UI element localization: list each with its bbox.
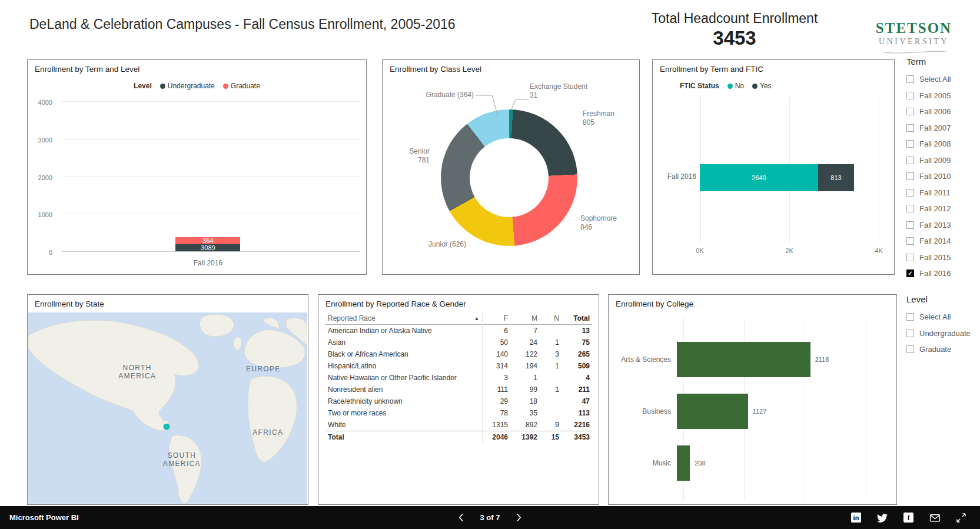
slicer-item-fall-2012[interactable]: Fall 2012 — [906, 201, 978, 217]
legend-item-undergraduate[interactable]: Undergraduate — [160, 82, 215, 90]
checkbox-unchecked-icon[interactable] — [906, 157, 914, 164]
total-cell: 47 — [562, 395, 592, 407]
donut-chart[interactable] — [441, 109, 577, 246]
value-cell — [540, 395, 562, 407]
slicer-item-fall-2008[interactable]: Fall 2008 — [906, 136, 978, 152]
slicer-item-fall-2007[interactable]: Fall 2007 — [906, 120, 978, 137]
column-header-reported-race[interactable]: Reported Race ▲ — [325, 312, 482, 325]
logo-flourish — [879, 50, 949, 55]
checkbox-unchecked-icon[interactable] — [906, 345, 914, 353]
table-row[interactable]: American Indian or Alaska Native6713 — [325, 325, 592, 337]
table-row[interactable]: Native Hawaiian or Other Pacific Islande… — [325, 372, 592, 384]
checkbox-unchecked-icon[interactable] — [906, 189, 914, 197]
column-header-n[interactable]: N — [540, 312, 562, 325]
bar-segment-yes[interactable]: 813 — [818, 164, 855, 191]
category-label: Business — [616, 407, 677, 415]
twitter-button[interactable] — [877, 513, 888, 523]
table-row[interactable]: Nonresident alien111991211 — [325, 384, 592, 395]
legend-item-yes[interactable]: Yes — [752, 82, 772, 90]
checkbox-checked-icon[interactable]: ✓ — [906, 270, 914, 277]
kpi-label: Total Headcount Enrollment — [640, 11, 829, 26]
facebook-button[interactable]: f — [903, 513, 913, 523]
checkbox-unchecked-icon[interactable] — [906, 237, 914, 245]
bar-track: 1127 — [677, 385, 866, 437]
bar-music[interactable] — [677, 445, 690, 481]
bar-arts-sciences[interactable] — [677, 342, 810, 377]
slicer-item-select-all[interactable]: Select All — [906, 309, 978, 325]
column-header-f[interactable]: F — [482, 312, 510, 325]
value-cell: 1 — [540, 360, 562, 372]
slicer-item-fall-2010[interactable]: Fall 2010 — [906, 168, 978, 185]
legend-dot-icon — [223, 84, 228, 89]
gridline — [62, 251, 360, 252]
bar-segment-graduate[interactable]: 364 — [175, 237, 240, 244]
linkedin-button[interactable]: in — [851, 513, 861, 523]
map-bubble-florida[interactable] — [164, 424, 170, 430]
slicer-item-fall-2005[interactable]: Fall 2005 — [906, 88, 978, 104]
checkbox-unchecked-icon[interactable] — [906, 221, 914, 229]
y-axis-category-label: Fall 2016 — [655, 172, 696, 181]
table-row[interactable]: Hispanic/Latino3141941509 — [325, 360, 592, 372]
checkbox-unchecked-icon[interactable] — [906, 140, 914, 148]
race-cell: Nonresident alien — [325, 384, 482, 395]
total-cell: 265 — [562, 348, 592, 360]
checkbox-unchecked-icon[interactable] — [906, 254, 914, 261]
previous-page-button[interactable] — [457, 512, 465, 523]
slicer-item-fall-2013[interactable]: Fall 2013 — [906, 217, 978, 234]
checkbox-unchecked-icon[interactable] — [906, 108, 914, 115]
slicer-item-fall-2009[interactable]: Fall 2009 — [906, 152, 978, 169]
column-header-total[interactable]: Total — [562, 312, 592, 325]
college-bar-row: Arts & Sciences2118 — [616, 334, 889, 385]
next-page-button[interactable] — [515, 512, 523, 523]
bar-business[interactable] — [677, 394, 748, 429]
logo-line-2: UNIVERSITY — [868, 37, 959, 46]
gridline — [879, 97, 879, 242]
y-axis: 01000200030004000 — [28, 102, 57, 252]
legend: FTIC Status No Yes — [653, 82, 894, 90]
stetson-logo: STETSON UNIVERSITY — [868, 20, 959, 57]
checkbox-unchecked-icon[interactable] — [906, 75, 914, 83]
world-map[interactable]: NORTH AMERICA EUROPE AFRICA SOUTH AMERIC… — [28, 312, 307, 504]
slicer-item-undergraduate[interactable]: Undergraduate — [906, 325, 978, 342]
fullscreen-button[interactable] — [956, 513, 966, 523]
checkbox-unchecked-icon[interactable] — [906, 124, 914, 132]
legend-item-no[interactable]: No — [727, 82, 744, 90]
value-cell: 9 — [540, 419, 562, 431]
slicer-item-fall-2016[interactable]: ✓Fall 2016 — [906, 265, 978, 282]
checkbox-unchecked-icon[interactable] — [906, 172, 914, 180]
total-cell: 13 — [562, 325, 592, 337]
table-row[interactable]: White131589292216 — [325, 419, 592, 431]
mail-share-button[interactable] — [929, 513, 941, 523]
chart-enrollment-by-state: Enrollment by State NORTH AMERICA — [27, 294, 308, 505]
plot-area: 2640 813 — [700, 97, 879, 242]
value-cell: 892 — [510, 419, 540, 431]
chart-title: Enrollment by Class Level — [390, 65, 481, 74]
legend-label: Yes — [760, 82, 772, 90]
table-row[interactable]: Asian5024175 — [325, 337, 592, 348]
bar-segment-no[interactable]: 2640 — [700, 164, 818, 191]
checkbox-unchecked-icon[interactable] — [906, 92, 914, 99]
legend-title: Level — [134, 82, 152, 90]
legend-item-graduate[interactable]: Graduate — [223, 82, 260, 90]
slicer-item-fall-2014[interactable]: Fall 2014 — [906, 233, 978, 249]
map-label-north: NORTH — [123, 364, 152, 372]
slicer-item-graduate[interactable]: Graduate — [906, 341, 978, 358]
bar-segment-undergraduate[interactable]: 3089 — [175, 244, 240, 251]
column-header-m[interactable]: M — [510, 312, 540, 325]
value-cell: 1315 — [482, 419, 510, 431]
checkbox-unchecked-icon[interactable] — [906, 313, 914, 321]
slicer-item-select-all[interactable]: Select All — [906, 71, 978, 88]
slicer-item-fall-2006[interactable]: Fall 2006 — [906, 104, 978, 120]
slicer-item-fall-2011[interactable]: Fall 2011 — [906, 185, 978, 201]
total-cell: 4 — [562, 372, 592, 384]
table-total-row[interactable]: Total20461392153453 — [325, 431, 592, 444]
checkbox-unchecked-icon[interactable] — [906, 330, 914, 337]
data-label: 364 — [202, 237, 213, 244]
checkbox-unchecked-icon[interactable] — [906, 205, 914, 212]
legend: Level Undergraduate Graduate — [28, 82, 366, 90]
table-row[interactable]: Black or African American1401223265 — [325, 348, 592, 360]
slicer-item-fall-2015[interactable]: Fall 2015 — [906, 249, 978, 266]
table-row[interactable]: Two or more races7835113 — [325, 407, 592, 419]
slicer-item-label: Fall 2008 — [919, 139, 951, 148]
table-row[interactable]: Race/ethnicity unknown291847 — [325, 395, 592, 407]
